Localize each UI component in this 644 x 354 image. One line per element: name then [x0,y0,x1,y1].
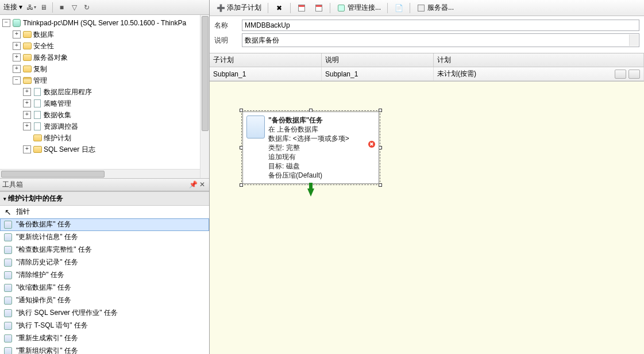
manage-connections-button[interactable]: 管理连接... [334,1,384,14]
add-subplan-button[interactable]: ➕添加子计划 [213,1,264,14]
connect-icon[interactable]: 🖧 [26,2,36,13]
task-line: 类型: 完整 [268,143,375,152]
tree-node-management[interactable]: − 管理 [0,75,209,86]
button-label: 添加子计划 [227,3,261,13]
toolbox-item-pointer[interactable]: 指针 [0,206,209,218]
tree-node-security[interactable]: + 安全性 [0,40,209,52]
task-icon [3,220,13,229]
tree-node-sqllog[interactable]: + SQL Server 日志 [0,144,209,155]
refresh-icon[interactable]: ↻ [82,2,92,13]
expander-icon[interactable]: + [23,145,31,153]
page-icon [33,99,42,108]
col-desc[interactable]: 说明 [322,53,434,67]
toolbox-item-updatestats[interactable]: "更新统计信息" 任务 [0,231,209,244]
toolbox-item-label: "执行 T-SQL 语句" 任务 [16,321,88,330]
tree-node-resgov[interactable]: + 资源调控器 [0,121,209,132]
tree-node-maintplan[interactable]: 维护计划 [0,132,209,144]
tree-label: 服务器对象 [33,53,68,63]
toolbox-title: 工具箱 [2,180,23,190]
task-box[interactable]: "备份数据库"任务 在 上备份数据库 数据库: <选择一项或多项> 类型: 完整… [242,111,379,184]
designer-pane: ➕添加子计划 ✖ 管理连接... 📄 服务器... 名称 说明 数据库备份 子计… [210,0,644,354]
tree-node-policy[interactable]: + 策略管理 [0,98,209,109]
expander-icon[interactable]: + [13,53,21,61]
toolbox-item-notify[interactable]: "通知操作员" 任务 [0,294,209,307]
schedule-button[interactable] [615,70,626,79]
toolbox-item-reorg[interactable]: "重新组织索引" 任务 [0,345,209,355]
remove-schedule-button[interactable] [628,70,640,79]
tree-node-datacollect[interactable]: + 数据收集 [0,109,209,121]
server-icon [12,18,21,28]
expander-icon[interactable]: + [23,122,31,130]
col-subplan[interactable]: 子计划 [210,53,322,67]
tree-label: 策略管理 [44,99,71,109]
task-title: "备份数据库"任务 [268,116,375,125]
desc-label: 说明 [214,36,237,45]
folder-open-icon [22,76,32,85]
expander-icon[interactable]: + [13,30,21,39]
desc-input[interactable]: 数据库备份 [242,33,639,47]
toolbox-item-execagent[interactable]: "执行 SQL Server 代理作业" 任务 [0,307,209,320]
task-icon [3,258,13,267]
separator [268,3,268,13]
tree-label: 数据层应用程序 [44,87,92,97]
tree-node-serverobj[interactable]: + 服务器对象 [0,52,209,63]
disconnect-icon[interactable]: 🖥 [38,2,49,13]
toolbox-item-label: "更新统计信息" 任务 [16,232,78,242]
folder-icon [22,64,32,74]
pin-icon[interactable]: 📌 [188,180,198,189]
expander-icon[interactable]: + [23,88,31,96]
stop-icon[interactable]: ■ [56,2,67,13]
toolbox-item-exectsql[interactable]: "执行 T-SQL 语句" 任务 [0,320,209,332]
expander-icon[interactable]: − [2,19,10,27]
error-icon[interactable]: ✖ [368,141,375,148]
cell-desc[interactable]: Subplan_1 [322,67,434,80]
toolbox-item-cleanhist[interactable]: "清除历史记录" 任务 [0,256,209,269]
expander-icon[interactable]: + [23,99,31,107]
tree-root[interactable]: − Thinkpad-pc\DMH (SQL Server 10.50.1600… [0,17,209,29]
separator [52,2,53,13]
tree-node-dataapp[interactable]: + 数据层应用程序 [0,86,209,98]
grid-row[interactable]: Subplan_1 Subplan_1 未计划(按需) [210,67,644,81]
calendar-icon[interactable] [294,2,309,14]
expander-icon[interactable]: − [13,76,21,84]
task-icon [3,296,13,305]
tree-node-database[interactable]: + 数据库 [0,29,209,40]
tree-scrollbar-vertical[interactable] [200,15,209,178]
toolbox-item-label: "备份数据库" 任务 [16,220,71,229]
toolbox-item-backup[interactable]: "备份数据库" 任务 [0,218,209,231]
cell-plan[interactable]: 未计划(按需) [434,67,644,80]
toolbox-group-tasks[interactable]: 维护计划中的任务 [0,191,209,206]
separator [387,3,388,13]
log-icon[interactable]: 📄 [391,2,406,14]
filter-icon[interactable]: ▽ [69,2,79,13]
folder-icon [22,30,32,39]
toolbox-item-checkdb[interactable]: "检查数据库完整性" 任务 [0,244,209,256]
toolbox-item-rebuild[interactable]: "重新生成索引" 任务 [0,332,209,345]
tree-scrollbar-horizontal[interactable] [0,169,200,178]
separator [330,3,330,13]
nocalendar-icon[interactable] [311,2,326,14]
connect-dropdown[interactable]: 连接 ▾ [2,2,24,12]
toolbox-list[interactable]: 维护计划中的任务 指针 "备份数据库" 任务 "更新统计信息" 任务 "检查数据… [0,191,209,355]
close-icon[interactable]: ✕ [198,180,207,189]
expander-icon[interactable]: + [13,42,21,50]
expander-icon[interactable]: + [13,65,21,73]
tree-label: 数据收集 [44,110,71,120]
design-canvas[interactable]: "备份数据库"任务 在 上备份数据库 数据库: <选择一项或多项> 类型: 完整… [210,82,644,354]
name-input[interactable] [242,20,639,31]
delete-icon[interactable]: ✖ [272,2,287,14]
tree-label: 资源调控器 [44,122,78,132]
tree-label: 管理 [33,76,47,86]
desc-scrollbar[interactable] [629,34,638,46]
expander-icon[interactable]: + [23,111,31,119]
tree-label: 数据库 [33,30,54,40]
backup-task-node[interactable]: "备份数据库"任务 在 上备份数据库 数据库: <选择一项或多项> 类型: 完整… [241,110,380,185]
cell-subplan[interactable]: Subplan_1 [210,67,322,80]
subplan-grid: 子计划 说明 计划 Subplan_1 Subplan_1 未计划(按需) [210,53,644,82]
toolbox-item-cleanmaint[interactable]: "清除维护" 任务 [0,269,209,282]
col-plan[interactable]: 计划 [434,53,644,67]
tree-node-replication[interactable]: + 复制 [0,63,209,75]
object-explorer-tree[interactable]: − Thinkpad-pc\DMH (SQL Server 10.50.1600… [0,15,209,179]
toolbox-item-shrink[interactable]: "收缩数据库" 任务 [0,282,209,294]
servers-button[interactable]: 服务器... [414,1,457,14]
